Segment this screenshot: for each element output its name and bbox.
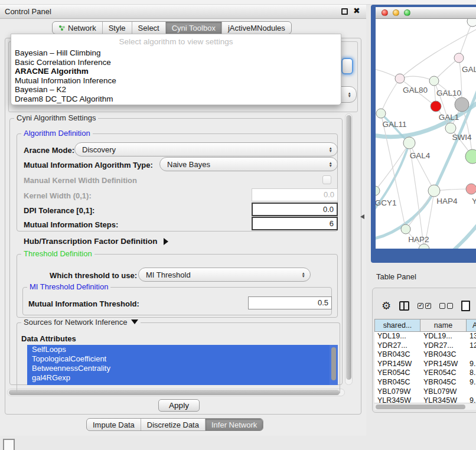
- attributes-scrollbar[interactable]: [330, 345, 338, 385]
- network-node[interactable]: [419, 244, 429, 249]
- desktop-top-strip: [0, 0, 476, 5]
- network-node[interactable]: [455, 97, 469, 112]
- table-cell: YBR045C: [374, 378, 420, 387]
- manual-kernel-width-checkbox[interactable]: [322, 175, 331, 184]
- apply-button[interactable]: Apply: [158, 399, 200, 412]
- bottom-tab-label: Infer Network: [211, 420, 257, 429]
- attribute-list-item[interactable]: gal4RGexp: [27, 373, 330, 383]
- deselect-checkboxes-icon[interactable]: [439, 303, 453, 309]
- node-label: Y: [472, 197, 476, 206]
- mi-threshold-field[interactable]: 0.5: [248, 296, 332, 309]
- dropdown-item[interactable]: Mutual Information Inference: [11, 76, 341, 86]
- network-edge-thick[interactable]: [428, 221, 476, 249]
- table-scrollbar-thumb[interactable]: [376, 405, 465, 409]
- table-cell: YPR145W: [374, 360, 420, 369]
- table-row[interactable]: YBL079WYBL079W: [374, 387, 476, 397]
- tab-style[interactable]: Style: [103, 22, 132, 34]
- network-edge[interactable]: [434, 58, 459, 81]
- column-header[interactable]: shared...: [374, 319, 420, 332]
- minimize-traffic-light-icon[interactable]: [393, 9, 399, 16]
- vertical-scrollbar-thumb[interactable]: [346, 115, 351, 380]
- network-node-gal10[interactable]: [429, 76, 439, 86]
- table-horizontal-scrollbar[interactable]: [374, 403, 476, 410]
- bottom-tab-discretize-data[interactable]: Discretize Data: [141, 419, 206, 431]
- tab-select[interactable]: Select: [132, 22, 166, 34]
- dropdown-item[interactable]: Dream8 DC_TDC Algorithm: [11, 94, 341, 104]
- zoom-traffic-light-icon[interactable]: [404, 9, 410, 16]
- network-node-gal[interactable]: [454, 53, 464, 63]
- table-row[interactable]: YER054CYER054C8.: [374, 369, 476, 378]
- aracne-mode-combobox[interactable]: Discovery ▲▼: [74, 142, 338, 156]
- attribute-list-item[interactable]: TopologicalCoefficient: [27, 354, 330, 364]
- table-row[interactable]: YPR145WYPR145W9.: [374, 360, 476, 369]
- column-header[interactable]: name: [420, 319, 467, 332]
- column-header[interactable]: A: [467, 319, 476, 332]
- mi-algorithm-type-combobox[interactable]: Naive Bayes ▲▼: [159, 157, 338, 171]
- hub-definition-toggle[interactable]: Hub/Transcription Factor Definition: [24, 237, 168, 246]
- node-label: GAL1: [439, 113, 459, 122]
- close-icon[interactable]: ✖: [353, 6, 360, 15]
- dropdown-item[interactable]: Bayesian – K2: [11, 85, 341, 94]
- network-node-gal80[interactable]: [395, 74, 405, 83]
- mi-steps-field[interactable]: 6: [252, 217, 338, 230]
- split-view-icon[interactable]: [399, 301, 409, 311]
- network-edge[interactable]: [381, 113, 406, 229]
- bottom-tab-infer-network[interactable]: Infer Network: [206, 419, 263, 431]
- document-icon[interactable]: [461, 301, 470, 311]
- network-node-hap2[interactable]: [401, 224, 410, 234]
- attribute-list-item[interactable]: BetweennessCentrality: [27, 364, 330, 373]
- tab-jactivemnodules[interactable]: jActiveMNodules: [222, 22, 291, 34]
- attributes-scrollbar-thumb[interactable]: [331, 347, 336, 380]
- network-node[interactable]: [465, 149, 476, 164]
- table-row[interactable]: YDR27...YDR27...12: [374, 341, 476, 351]
- network-node[interactable]: [467, 19, 476, 27]
- float-window-icon[interactable]: [341, 8, 348, 15]
- table-row[interactable]: YDL19...YDL19...13: [374, 332, 476, 341]
- network-node-gcy1[interactable]: [376, 186, 380, 195]
- table-cell: YER054C: [374, 369, 420, 378]
- network-edge[interactable]: [381, 79, 400, 113]
- select-all-checkboxes-icon[interactable]: ✔✔: [418, 303, 431, 309]
- network-edge[interactable]: [400, 76, 434, 81]
- network-tab-icon: [58, 24, 66, 31]
- control-panel-title: Control Panel: [5, 7, 51, 16]
- gear-icon[interactable]: ⚙: [382, 301, 391, 311]
- network-node-gal11[interactable]: [376, 109, 386, 118]
- splitter-arrow-icon[interactable]: [360, 214, 364, 219]
- network-node-gal4[interactable]: [403, 137, 415, 149]
- network-node-gal1[interactable]: [431, 101, 441, 112]
- dropdown-item[interactable]: Bayesian – Hill Climbing: [11, 48, 341, 58]
- collapsed-panel-icon[interactable]: [3, 439, 15, 450]
- network-view-window[interactable]: GALGAL80GAL10GAL1GAL11SWI4GAL4GCY1HAP4YH…: [371, 5, 476, 263]
- table-row[interactable]: YBR045CYBR045C9.: [374, 378, 476, 387]
- network-node-hap4[interactable]: [428, 185, 440, 197]
- table-cell: 12: [467, 341, 476, 351]
- which-threshold-combobox[interactable]: MI Threshold ▲▼: [138, 268, 311, 282]
- dpi-tolerance-field[interactable]: 0.0: [252, 203, 338, 216]
- sources-toggle[interactable]: Sources for Network Inference: [21, 318, 141, 327]
- dropdown-item[interactable]: ARACNE Algorithm: [11, 67, 341, 76]
- table-row[interactable]: YBR043CYBR043C: [374, 350, 476, 360]
- mi-threshold-label: Mutual Information Threshold:: [28, 299, 139, 308]
- network-node-swi4[interactable]: [445, 123, 456, 133]
- attribute-list-item[interactable]: SelfLoops: [27, 345, 330, 354]
- network-edge[interactable]: [459, 21, 472, 58]
- tab-network[interactable]: Network: [53, 22, 103, 34]
- settings-vertical-scrollbar[interactable]: [345, 113, 353, 385]
- table-cell: 9.: [467, 396, 476, 403]
- network-canvas[interactable]: GALGAL80GAL10GAL1GAL11SWI4GAL4GCY1HAP4YH…: [376, 19, 476, 249]
- dropdown-item[interactable]: Basic Correlation Inference: [11, 58, 341, 67]
- close-traffic-light-icon[interactable]: [382, 9, 388, 16]
- table-row[interactable]: YLR345WYLR345W9.: [374, 396, 476, 403]
- tab-cyni-toolbox[interactable]: Cyni Toolbox: [166, 22, 222, 34]
- network-node-y[interactable]: [466, 184, 476, 194]
- bottom-tab-impute-data[interactable]: Impute Data: [87, 419, 141, 431]
- mi-algorithm-type-label: Mutual Information Algorithm Type:: [24, 161, 153, 169]
- bottom-tab-label: Impute Data: [93, 420, 135, 429]
- network-graph: GALGAL80GAL10GAL1GAL11SWI4GAL4GCY1HAP4YH…: [376, 19, 476, 249]
- algorithm-combobox-button-focused[interactable]: [341, 58, 353, 74]
- tab-label: Cyni Toolbox: [172, 24, 216, 32]
- network-window-titlebar[interactable]: [376, 7, 476, 19]
- data-attributes-list[interactable]: SelfLoopsTopologicalCoefficientBetweenne…: [27, 345, 330, 385]
- table-cell: YDR27...: [420, 341, 467, 351]
